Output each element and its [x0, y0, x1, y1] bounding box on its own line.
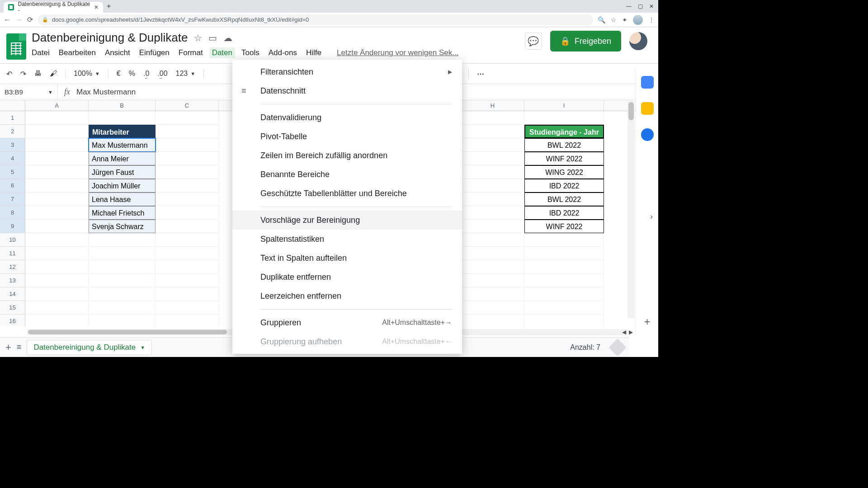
cell[interactable]	[156, 220, 219, 233]
all-sheets-button[interactable]: ≡	[17, 343, 22, 352]
cell[interactable]	[156, 233, 219, 247]
window-close-icon[interactable]: ✕	[649, 3, 654, 9]
cell[interactable]	[156, 138, 219, 152]
cell[interactable]	[461, 138, 524, 152]
col-header-a[interactable]: A	[25, 100, 89, 111]
url-field[interactable]: 🔒 docs.google.com/spreadsheets/d/1Jevzbk…	[38, 14, 593, 25]
row-header[interactable]: 12	[0, 260, 25, 274]
print-icon[interactable]: 🖶	[34, 70, 42, 78]
row-header[interactable]: 4	[0, 152, 25, 165]
col-header-c[interactable]: C	[156, 100, 219, 111]
menu-data[interactable]: Daten	[209, 47, 235, 58]
add-addon-icon[interactable]: +	[644, 315, 650, 328]
cell[interactable]: BWL 2022	[524, 192, 604, 206]
zoom-select[interactable]: 100% ▼	[74, 70, 100, 78]
menu-group[interactable]: Gruppieren Alt+Umschalttaste+→	[232, 313, 462, 332]
row-header[interactable]: 7	[0, 192, 25, 206]
cell[interactable]	[461, 233, 524, 247]
cell[interactable]	[461, 179, 524, 192]
cell[interactable]: Michael Frietsch	[89, 206, 156, 220]
window-minimize-icon[interactable]: —	[626, 3, 632, 9]
cell[interactable]	[89, 111, 156, 125]
cell[interactable]	[524, 274, 604, 287]
menu-slicer[interactable]: ≡ Datenschnitt	[232, 81, 462, 100]
decrease-decimal-button[interactable]: .0 ←	[143, 70, 149, 78]
cell[interactable]	[156, 301, 219, 314]
browser-avatar[interactable]	[633, 15, 643, 25]
menu-addons[interactable]: Add-ons	[269, 48, 297, 57]
menu-protected-sheets[interactable]: Geschützte Tabellenblätter und Bereiche	[232, 184, 462, 203]
cell[interactable]	[524, 314, 604, 326]
cell[interactable]	[461, 206, 524, 220]
cell[interactable]	[25, 301, 89, 314]
menu-insert[interactable]: Einfügen	[139, 48, 170, 57]
cell[interactable]	[524, 233, 604, 247]
format-percent-button[interactable]: %	[129, 70, 135, 78]
menu-help[interactable]: Hilfe	[306, 48, 321, 57]
cell[interactable]: WINF 2022	[524, 152, 604, 165]
cell[interactable]	[25, 233, 89, 247]
menu-format[interactable]: Format	[179, 48, 203, 57]
paint-format-icon[interactable]: 🖌	[50, 70, 57, 78]
row-header[interactable]: 13	[0, 274, 25, 287]
menu-edit[interactable]: Bearbeiten	[59, 48, 96, 57]
browser-tab[interactable]: Datenbereinigung & Duplikate - ✕	[4, 2, 103, 13]
cell[interactable]	[25, 220, 89, 233]
account-avatar[interactable]	[629, 32, 647, 50]
cell[interactable]	[156, 260, 219, 274]
cell[interactable]	[89, 287, 156, 301]
cell[interactable]: Joachim Müller	[89, 179, 156, 192]
bookmark-icon[interactable]: ☆	[611, 16, 617, 23]
cell[interactable]	[156, 274, 219, 287]
tasks-icon[interactable]	[641, 128, 654, 141]
star-icon[interactable]: ☆	[194, 33, 202, 43]
cell[interactable]	[461, 220, 524, 233]
cell[interactable]	[89, 274, 156, 287]
cell[interactable]	[524, 260, 604, 274]
nav-back-icon[interactable]: ←	[4, 16, 11, 24]
extensions-icon[interactable]: ✦	[622, 16, 627, 23]
cell[interactable]	[461, 287, 524, 301]
cell[interactable]: IBD 2022	[524, 179, 604, 192]
tab-close-icon[interactable]: ✕	[94, 4, 99, 10]
sheets-logo-icon[interactable]	[6, 33, 26, 60]
menu-trim-whitespace[interactable]: Leerzeichen entfernen	[232, 286, 462, 305]
cell[interactable]	[25, 247, 89, 260]
cell[interactable]	[25, 192, 89, 206]
format-currency-button[interactable]: €	[117, 70, 121, 78]
row-header[interactable]: 10	[0, 233, 25, 247]
row-header[interactable]: 16	[0, 314, 25, 326]
explore-icon[interactable]	[609, 338, 627, 357]
cell[interactable]	[25, 111, 89, 125]
undo-icon[interactable]: ↶	[6, 70, 12, 78]
cell[interactable]	[524, 287, 604, 301]
cell[interactable]	[461, 301, 524, 314]
cell[interactable]	[461, 125, 524, 138]
row-header[interactable]: 2	[0, 125, 25, 138]
cell[interactable]	[25, 287, 89, 301]
menu-pivot-table[interactable]: Pivot-Tabelle	[232, 127, 462, 146]
share-button[interactable]: 🔒 Freigeben	[550, 31, 621, 52]
cell[interactable]	[25, 152, 89, 165]
cell[interactable]: Anna Meier	[89, 152, 156, 165]
cell[interactable]	[25, 206, 89, 220]
cell[interactable]	[461, 152, 524, 165]
cell[interactable]	[156, 111, 219, 125]
redo-icon[interactable]: ↷	[20, 70, 26, 78]
menu-split-text[interactable]: Text in Spalten aufteilen	[232, 249, 462, 267]
cell[interactable]	[89, 247, 156, 260]
select-all-corner[interactable]	[0, 100, 25, 111]
menu-remove-duplicates[interactable]: Duplikate entfernen	[232, 267, 462, 286]
menu-cleanup-suggestions[interactable]: Vorschläge zur Bereinigung	[232, 211, 462, 230]
menu-filter-views[interactable]: Filteransichten ▶	[232, 62, 462, 81]
zoom-indicator-icon[interactable]: 🔍	[598, 16, 605, 23]
menu-data-validation[interactable]: Datenvalidierung	[232, 108, 462, 127]
cell[interactable]	[461, 247, 524, 260]
cell[interactable]	[156, 179, 219, 192]
cell[interactable]	[156, 125, 219, 138]
cell[interactable]	[524, 247, 604, 260]
row-header[interactable]: 1	[0, 111, 25, 125]
status-count[interactable]: Anzahl: 7	[570, 343, 600, 352]
cell[interactable]	[89, 260, 156, 274]
cell[interactable]	[461, 165, 524, 179]
